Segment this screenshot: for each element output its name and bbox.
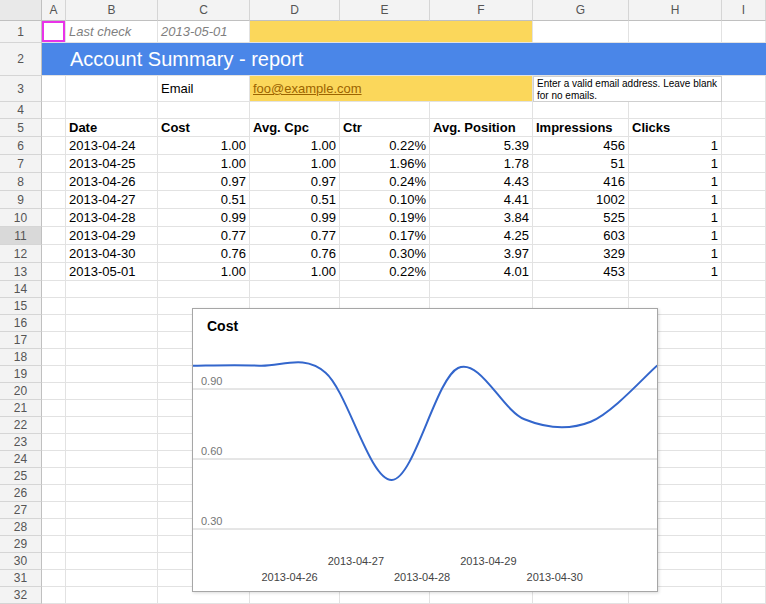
cell-B27[interactable] [66, 502, 158, 519]
table-header-cost[interactable]: Cost [158, 119, 250, 137]
cell-I13[interactable] [722, 263, 766, 281]
cell-B28[interactable] [66, 519, 158, 536]
cell-F4[interactable] [430, 102, 533, 119]
cell-B10[interactable]: 2013-04-28 [66, 209, 158, 227]
cell-E4[interactable] [340, 102, 430, 119]
cell-I16[interactable] [722, 315, 766, 332]
cell-D11[interactable]: 0.77 [250, 227, 340, 245]
cell-A26[interactable] [42, 485, 66, 502]
cell-G13[interactable]: 453 [533, 263, 629, 281]
row-header-6[interactable]: 6 [0, 137, 42, 155]
cell-D12[interactable]: 0.76 [250, 245, 340, 263]
cell-A30[interactable] [42, 553, 66, 570]
cell-G9[interactable]: 1002 [533, 191, 629, 209]
cell-I20[interactable] [722, 383, 766, 400]
cell-I6[interactable] [722, 137, 766, 155]
row-header-30[interactable]: 30 [0, 553, 42, 570]
email-note[interactable]: Enter a valid email address. Leave blank… [533, 76, 722, 102]
cell-A24[interactable] [42, 451, 66, 468]
cell-F9[interactable]: 4.41 [430, 191, 533, 209]
cell-F7[interactable]: 1.78 [430, 155, 533, 173]
cell-A13[interactable] [42, 263, 66, 281]
row-header-28[interactable]: 28 [0, 519, 42, 536]
cell-B15[interactable] [66, 298, 158, 315]
cell-D6[interactable]: 1.00 [250, 137, 340, 155]
cell-A4[interactable] [42, 102, 66, 119]
column-header-H[interactable]: H [629, 0, 722, 21]
row-header-13[interactable]: 13 [0, 263, 42, 281]
table-header-impressions[interactable]: Impressions [533, 119, 629, 137]
cell-I29[interactable] [722, 536, 766, 553]
cell-I8[interactable] [722, 173, 766, 191]
row-header-15[interactable]: 15 [0, 298, 42, 315]
row-header-22[interactable]: 22 [0, 417, 42, 434]
cell-B21[interactable] [66, 400, 158, 417]
row-header-25[interactable]: 25 [0, 468, 42, 485]
cell-I3[interactable] [722, 76, 766, 102]
cell-D9[interactable]: 0.51 [250, 191, 340, 209]
cell-B32[interactable] [66, 587, 158, 604]
cell-B12[interactable]: 2013-04-30 [66, 245, 158, 263]
cell-A3[interactable] [42, 76, 66, 102]
cell-A14[interactable] [42, 281, 66, 298]
cell-C10[interactable]: 0.99 [158, 209, 250, 227]
cell-A21[interactable] [42, 400, 66, 417]
cell-I23[interactable] [722, 434, 766, 451]
column-header-D[interactable]: D [250, 0, 340, 21]
row-header-27[interactable]: 27 [0, 502, 42, 519]
row-header-24[interactable]: 24 [0, 451, 42, 468]
cell-E7[interactable]: 1.96% [340, 155, 430, 173]
cell-G12[interactable]: 329 [533, 245, 629, 263]
cell-I1[interactable] [722, 21, 766, 43]
row-header-14[interactable]: 14 [0, 281, 42, 298]
cell-I9[interactable] [722, 191, 766, 209]
cell-B14[interactable] [66, 281, 158, 298]
cell-C11[interactable]: 0.77 [158, 227, 250, 245]
cell-B19[interactable] [66, 366, 158, 383]
cell-E9[interactable]: 0.10% [340, 191, 430, 209]
cell-G8[interactable]: 416 [533, 173, 629, 191]
row-header-10[interactable]: 10 [0, 209, 42, 227]
cell-F11[interactable]: 4.25 [430, 227, 533, 245]
cell-A27[interactable] [42, 502, 66, 519]
cell-B29[interactable] [66, 536, 158, 553]
cell-G14[interactable] [533, 281, 629, 298]
cell-A28[interactable] [42, 519, 66, 536]
row-header-20[interactable]: 20 [0, 383, 42, 400]
column-header-E[interactable]: E [340, 0, 430, 21]
cell-H1[interactable] [629, 21, 722, 43]
cell-A12[interactable] [42, 245, 66, 263]
cell-A6[interactable] [42, 137, 66, 155]
email-label[interactable]: Email [158, 76, 250, 102]
cell-C4[interactable] [158, 102, 250, 119]
cell-H10[interactable]: 1 [629, 209, 722, 227]
cell-B17[interactable] [66, 332, 158, 349]
row-header-11[interactable]: 11 [0, 227, 42, 245]
cell-H14[interactable] [629, 281, 722, 298]
table-header-date[interactable]: Date [66, 119, 158, 137]
email-input-cell[interactable]: foo@example.com [250, 76, 533, 102]
cell-I25[interactable] [722, 468, 766, 485]
cell-B13[interactable]: 2013-05-01 [66, 263, 158, 281]
cell-H12[interactable]: 1 [629, 245, 722, 263]
cell-C6[interactable]: 1.00 [158, 137, 250, 155]
cell-B23[interactable] [66, 434, 158, 451]
column-header-I[interactable]: I [722, 0, 766, 21]
cell-G1[interactable] [533, 21, 629, 43]
cell-G6[interactable]: 456 [533, 137, 629, 155]
cell-I7[interactable] [722, 155, 766, 173]
cell-B25[interactable] [66, 468, 158, 485]
column-header-A[interactable]: A [42, 0, 66, 21]
cell-E12[interactable]: 0.30% [340, 245, 430, 263]
cell-B26[interactable] [66, 485, 158, 502]
cell-F13[interactable]: 4.01 [430, 263, 533, 281]
cell-H4[interactable] [629, 102, 722, 119]
column-header-G[interactable]: G [533, 0, 629, 21]
cell-B8[interactable]: 2013-04-26 [66, 173, 158, 191]
cell-C7[interactable]: 1.00 [158, 155, 250, 173]
cell-A31[interactable] [42, 570, 66, 587]
cell-A7[interactable] [42, 155, 66, 173]
column-header-C[interactable]: C [158, 0, 250, 21]
table-header-clicks[interactable]: Clicks [629, 119, 722, 137]
cell-G10[interactable]: 525 [533, 209, 629, 227]
